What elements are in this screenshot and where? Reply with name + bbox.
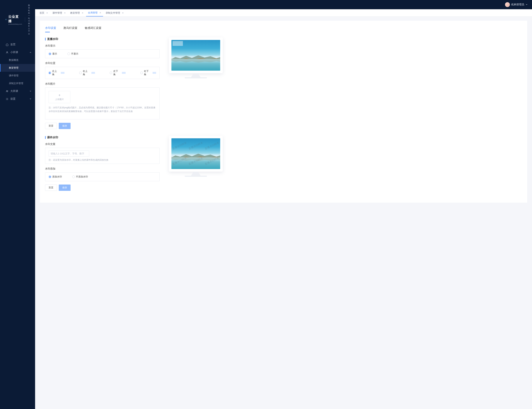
- sidebar-item-label: 小班课: [10, 51, 18, 54]
- field-box-display: 显示 不显示: [45, 49, 160, 58]
- subtab-marquee[interactable]: 跑马灯设置: [63, 25, 77, 32]
- radio-no-wm[interactable]: 不添加水印: [72, 175, 88, 178]
- radio-hide[interactable]: 不显示: [67, 52, 78, 56]
- position-thumb-icon: [153, 72, 156, 74]
- sidebar-item-classroom-mgr[interactable]: 教室管理: [0, 64, 35, 72]
- sidebar-item-label: 设置: [10, 97, 16, 101]
- watermark-overlay: [172, 41, 183, 46]
- radio-checked-icon: [49, 72, 51, 74]
- tab-label: 首页: [40, 11, 44, 15]
- radio-bottom-right[interactable]: 右下角: [140, 70, 156, 76]
- content-scroll[interactable]: 水印设置 跑马灯设置 敏感词汇设置 直播水印 水印显示 显示 不显示: [35, 17, 532, 409]
- sidebar: 云朵直播 yunduoketang.com 教育机构一站 式服务云平台 首页 小…: [0, 0, 35, 409]
- radio-add-wm[interactable]: 添加水印: [49, 175, 62, 178]
- brand-tagline: 教育机构一站 式服务云平台: [28, 4, 31, 35]
- field-label-image: 水印图片: [45, 82, 160, 86]
- courseware-watermark-section: 课件水印 水印文案 注：若设置为添加水印，对直播上传的课件和生成的回放生效 水印…: [45, 136, 522, 191]
- avatar: [505, 2, 510, 7]
- chevron-up-icon: [30, 51, 31, 54]
- field-label-text: 水印文案: [45, 143, 160, 146]
- sidebar-subgroup-small-class: 数据概览 教室管理 课件管理 录制文件管理: [0, 56, 35, 87]
- preview-screen: [171, 40, 220, 71]
- save-button[interactable]: 保存: [59, 185, 71, 191]
- radio-top-left[interactable]: 左上角: [49, 70, 64, 76]
- close-icon[interactable]: ✕: [64, 12, 66, 14]
- close-icon[interactable]: ✕: [82, 12, 83, 14]
- field-label-position: 水印位置: [45, 62, 160, 65]
- svg-point-1: [6, 90, 7, 91]
- tab-label: 教室管理: [70, 11, 80, 15]
- section-title-live-wm: 直播水印: [45, 37, 160, 41]
- users-icon: [6, 90, 9, 93]
- save-button[interactable]: 保存: [59, 123, 71, 129]
- radio-label: 显示: [52, 52, 57, 56]
- subtab-sensitive[interactable]: 敏感词汇设置: [85, 25, 101, 32]
- close-icon[interactable]: ✕: [122, 12, 124, 14]
- radio-label: 不显示: [71, 52, 78, 56]
- user-role-label: 机构管理员: [511, 3, 524, 6]
- sidebar-item-label: 首页: [10, 43, 16, 46]
- reset-button[interactable]: 重置: [45, 185, 57, 191]
- svg-point-3: [7, 99, 7, 99]
- note-text: 注：水印只支持png格式图片，且必须为透明底。建议最佳图片尺寸：174*80，大…: [49, 106, 156, 113]
- topbar: 机构管理员: [35, 0, 532, 9]
- user-menu[interactable]: 机构管理员: [505, 2, 528, 7]
- button-row-live: 重置 保存: [45, 123, 160, 129]
- radio-unchecked-icon: [72, 176, 75, 178]
- radio-label: 右上角: [83, 70, 90, 76]
- sidebar-item-settings[interactable]: 设置: [0, 95, 35, 103]
- tab-label: 全局管理: [88, 11, 98, 14]
- tab-label: 课件管理: [53, 11, 62, 15]
- radio-bottom-left[interactable]: 左下角: [110, 70, 126, 76]
- radio-label: 不添加水印: [76, 175, 88, 178]
- radio-checked-icon: [49, 53, 51, 55]
- radio-show[interactable]: 显示: [49, 52, 57, 56]
- brand-domain: yunduoketang.com: [8, 23, 22, 25]
- tab-global-mgr[interactable]: 全局管理✕: [86, 9, 103, 17]
- tab-home[interactable]: 首页✕: [38, 9, 50, 17]
- sidebar-item-home[interactable]: 首页: [0, 41, 35, 48]
- close-icon[interactable]: ✕: [46, 12, 48, 14]
- section-title-cw-wm: 课件水印: [45, 136, 160, 139]
- sidebar-item-courseware-mgr[interactable]: 课件管理: [0, 72, 35, 80]
- reset-button[interactable]: 重置: [45, 123, 57, 129]
- cloud-logo-icon: [5, 17, 7, 22]
- plus-icon: +: [58, 93, 61, 97]
- sidebar-nav: 首页 小班课 数据概览 教室管理 课件管理 录制文件管理 大班课: [0, 39, 35, 103]
- preview-screen: 直播水印样本 直播水印样本 直播水印样本 直播水印样本 直播水印样本 直播水印样…: [171, 138, 220, 169]
- sidebar-item-recording-mgr[interactable]: 录制文件管理: [0, 80, 35, 87]
- radio-label: 添加水印: [52, 175, 62, 178]
- field-box-text: 注：若设置为添加水印，对直播上传的课件和生成的回放生效: [45, 148, 160, 164]
- radio-top-right[interactable]: 右上角: [79, 70, 95, 76]
- tab-recording-mgr[interactable]: 录制文件管理✕: [104, 9, 126, 17]
- radio-checked-icon: [49, 176, 51, 178]
- subtabs: 水印设置 跑马灯设置 敏感词汇设置: [45, 25, 522, 33]
- close-icon[interactable]: ✕: [99, 11, 101, 14]
- user-icon: [6, 51, 9, 54]
- radio-unchecked-icon: [67, 53, 70, 55]
- field-box-add: 添加水印 不添加水印: [45, 172, 160, 181]
- subtab-watermark[interactable]: 水印设置: [45, 25, 56, 32]
- tab-courseware-mgr[interactable]: 课件管理✕: [51, 9, 68, 17]
- monitor-stand-icon: [169, 172, 223, 177]
- upload-button[interactable]: + 上传图片: [49, 91, 70, 103]
- radio-label: 左下角: [113, 70, 120, 76]
- upload-text: 上传图片: [55, 98, 64, 101]
- sidebar-item-data-overview[interactable]: 数据概览: [0, 56, 35, 64]
- chevron-down-icon: [30, 97, 31, 100]
- chevron-down-icon: [526, 4, 528, 6]
- radio-unchecked-icon: [140, 72, 143, 74]
- radio-unchecked-icon: [79, 72, 82, 74]
- tab-label: 录制文件管理: [106, 11, 120, 15]
- preview-monitor: [169, 37, 223, 73]
- sidebar-item-big-class[interactable]: 大班课: [0, 87, 35, 95]
- live-wm-preview: [169, 37, 223, 78]
- position-thumb-icon: [61, 72, 64, 74]
- sidebar-item-small-class[interactable]: 小班课: [0, 48, 35, 56]
- watermark-text-input[interactable]: [49, 150, 89, 157]
- svg-point-0: [7, 51, 8, 52]
- settings-panel: 水印设置 跑马灯设置 敏感词汇设置 直播水印 水印显示 显示 不显示: [40, 21, 527, 203]
- tab-classroom-mgr[interactable]: 教室管理✕: [68, 9, 85, 17]
- position-thumb-icon: [122, 72, 126, 74]
- svg-point-2: [7, 91, 8, 91]
